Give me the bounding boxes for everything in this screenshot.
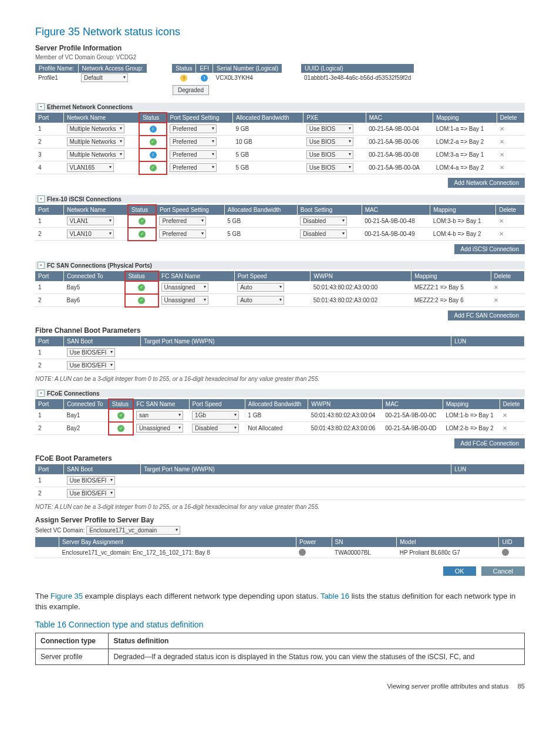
server-profile-info-heading: Server Profile Information bbox=[35, 44, 525, 52]
add-network-button[interactable]: Add Network Connection bbox=[448, 178, 525, 188]
dropdown[interactable]: Use BIOS/EFI bbox=[67, 361, 116, 370]
table-row: 3 Multiple Networks i Preferred 5 GB Use… bbox=[35, 148, 525, 161]
th-connection-type: Connection type bbox=[36, 633, 109, 649]
delete-icon[interactable]: ✕ bbox=[496, 215, 525, 228]
link-figure-35[interactable]: Figure 35 bbox=[50, 592, 83, 600]
fcoe-section-label: FCoE Connections bbox=[47, 390, 99, 397]
delete-icon[interactable]: ✕ bbox=[497, 161, 524, 174]
delete-icon[interactable]: ✕ bbox=[491, 281, 524, 294]
th-mac: MAC bbox=[366, 113, 433, 123]
lun-note: NOTE: A LUN can be a 3-digit integer fro… bbox=[35, 376, 525, 382]
status-icon: i bbox=[150, 151, 157, 158]
fcsan-section-label: FC SAN Connections (Physical Ports) bbox=[47, 262, 152, 269]
dropdown[interactable]: Preferred bbox=[170, 150, 217, 159]
dropdown[interactable]: Disabled bbox=[300, 229, 347, 238]
dropdown[interactable]: Preferred bbox=[159, 229, 206, 238]
dropdown[interactable]: Use BIOS bbox=[306, 150, 353, 159]
delete-icon[interactable]: ✕ bbox=[491, 294, 524, 307]
th-san: FC SAN Name bbox=[158, 271, 235, 281]
dropdown[interactable]: VLAN10 bbox=[67, 229, 114, 238]
td-degraded-desc: Degraded—If a degraded status icon is di… bbox=[109, 649, 525, 665]
dropdown[interactable]: Unassigned bbox=[161, 296, 208, 305]
th-status: Status bbox=[128, 205, 156, 215]
th-network: Network Name bbox=[64, 113, 140, 123]
dropdown[interactable]: Preferred bbox=[170, 124, 217, 133]
figure-title: Figure 35 Network status icons bbox=[35, 26, 525, 38]
dropdown[interactable]: Disabled bbox=[300, 217, 347, 225]
status-icon: ✓ bbox=[150, 139, 157, 146]
fcoeboot-table: Port SAN Boot Target Port Name (WWPN) LU… bbox=[35, 464, 525, 500]
add-iscsi-button[interactable]: Add iSCSI Connection bbox=[454, 244, 525, 254]
collapse-icon[interactable]: - bbox=[38, 262, 45, 269]
delete-icon[interactable]: ✕ bbox=[496, 228, 525, 241]
th-sanboot: SAN Boot bbox=[64, 336, 141, 346]
collapse-icon[interactable]: - bbox=[38, 195, 45, 202]
dropdown[interactable]: Preferred bbox=[170, 163, 217, 172]
link-table-16[interactable]: Table 16 bbox=[321, 592, 349, 600]
th-port: Port bbox=[35, 113, 64, 123]
delete-icon[interactable]: ✕ bbox=[497, 148, 524, 161]
th-boot: Boot Setting bbox=[297, 205, 362, 215]
dropdown[interactable]: Unassigned bbox=[136, 424, 183, 433]
power-icon bbox=[299, 549, 306, 556]
th-power: Power bbox=[296, 537, 332, 547]
vc-domain-dropdown[interactable]: Enclosure171_vc_domain bbox=[86, 526, 180, 535]
dropdown[interactable]: VLAN165 bbox=[67, 163, 114, 172]
th-sn: SN bbox=[332, 537, 397, 547]
dropdown[interactable]: Multiple Networks bbox=[67, 137, 125, 146]
th-conn: Connected To bbox=[64, 399, 109, 409]
dropdown[interactable]: Use BIOS bbox=[306, 163, 353, 172]
collapse-icon[interactable]: - bbox=[38, 103, 45, 110]
th-alloc: Allocated Bandwidth bbox=[224, 205, 297, 215]
lun-note-2: NOTE: A LUN can be a 3-digit integer fro… bbox=[35, 504, 525, 510]
status-icon: ✓ bbox=[117, 425, 124, 432]
table-row: 2 Multiple Networks ✓ Preferred 10 GB Us… bbox=[35, 136, 525, 148]
delete-icon[interactable]: ✕ bbox=[497, 123, 524, 136]
assign-row: Enclosure171_vc_domain: Enc_172_16_102_1… bbox=[35, 547, 525, 558]
hdr-profile-name: Profile Name: bbox=[35, 64, 78, 73]
ethernet-section-header[interactable]: - Ethernet Network Connections bbox=[35, 103, 525, 111]
delete-icon[interactable]: ✕ bbox=[497, 136, 524, 148]
th-mac: MAC bbox=[382, 399, 443, 409]
dropdown[interactable]: Preferred bbox=[159, 217, 206, 225]
nag-dropdown[interactable]: Default bbox=[81, 73, 128, 82]
dropdown[interactable]: Auto bbox=[237, 296, 284, 305]
assign-model: HP Proliant BL680c G7 bbox=[397, 547, 499, 558]
dropdown[interactable]: Use BIOS/EFI bbox=[67, 489, 116, 498]
fcsan-section-header[interactable]: - FC SAN Connections (Physical Ports) bbox=[35, 261, 525, 269]
dropdown[interactable]: VLAN1 bbox=[67, 217, 114, 225]
iscsi-section-label: Flex-10 iSCSI Connections bbox=[47, 196, 122, 202]
dropdown[interactable]: 1Gb bbox=[192, 411, 239, 420]
cancel-button[interactable]: Cancel bbox=[481, 566, 525, 576]
collapse-icon[interactable]: - bbox=[38, 390, 45, 397]
hdr-status: Status bbox=[172, 64, 196, 73]
table-16-title: Table 16 Connection type and status defi… bbox=[35, 620, 525, 629]
th-delete: Delete bbox=[500, 399, 524, 409]
dropdown[interactable]: Multiple Networks bbox=[67, 150, 125, 159]
dropdown[interactable]: san bbox=[136, 411, 183, 420]
delete-icon[interactable]: ✕ bbox=[500, 422, 524, 435]
iscsi-section-header[interactable]: - Flex-10 iSCSI Connections bbox=[35, 195, 525, 203]
dropdown[interactable]: Use BIOS bbox=[306, 124, 353, 133]
dropdown[interactable]: Multiple Networks bbox=[67, 124, 125, 133]
th-speed: Port Speed bbox=[234, 271, 311, 281]
delete-icon[interactable]: ✕ bbox=[500, 409, 524, 422]
dropdown[interactable]: Auto bbox=[237, 283, 284, 292]
dropdown[interactable]: Use BIOS bbox=[306, 137, 353, 146]
th-network: Network Name bbox=[64, 205, 129, 215]
dropdown[interactable]: Use BIOS/EFI bbox=[67, 348, 116, 357]
fcoe-section-header[interactable]: - FCoE Connections bbox=[35, 389, 525, 397]
add-fcsan-button[interactable]: Add FC SAN Connection bbox=[448, 310, 525, 320]
table-row: 1 Bay1 ✓ san 1Gb 1 GB 50:01:43:80:02:A3:… bbox=[35, 409, 525, 422]
ok-button[interactable]: OK bbox=[443, 566, 476, 576]
dropdown[interactable]: Use BIOS/EFI bbox=[67, 476, 116, 485]
status-icon: i bbox=[150, 126, 157, 133]
th-pss: Port Speed Setting bbox=[167, 113, 232, 123]
th-sba: Server Bay Assignment bbox=[59, 537, 296, 547]
th-pspeed: Port Speed bbox=[189, 399, 245, 409]
dropdown[interactable]: Unassigned bbox=[161, 283, 208, 292]
dropdown[interactable]: Disabled bbox=[192, 424, 239, 433]
add-fcoe-button[interactable]: Add FCoE Connection bbox=[454, 438, 525, 448]
td-server-profile: Server profile bbox=[36, 649, 109, 665]
dropdown[interactable]: Preferred bbox=[170, 137, 217, 146]
